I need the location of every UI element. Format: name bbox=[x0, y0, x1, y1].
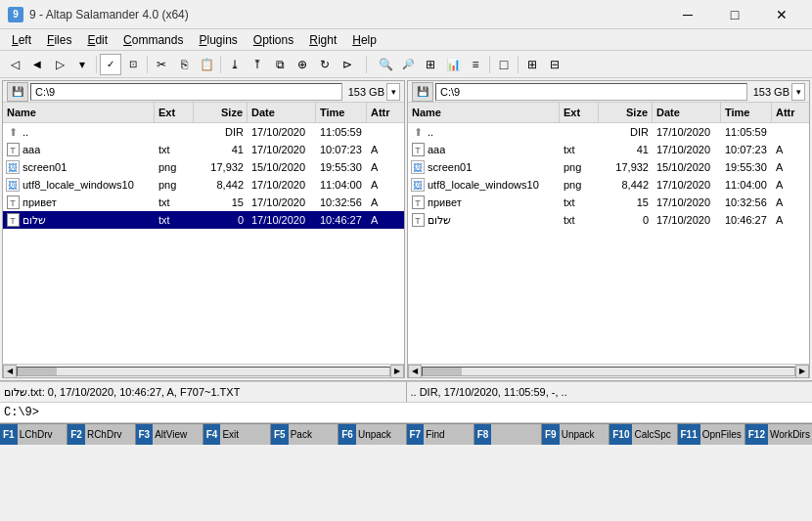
fkey-f10[interactable]: F10CalcSpc bbox=[609, 424, 677, 445]
tb-forward-btn[interactable]: ▷ bbox=[49, 54, 70, 75]
left-size-unit[interactable]: ▾ bbox=[386, 83, 400, 101]
menu-options[interactable]: Options bbox=[246, 31, 301, 49]
tb-btn9[interactable]: 📊 bbox=[442, 54, 464, 75]
table-row[interactable]: 🖼 screen01 png 17,932 15/10/2020 19:55:3… bbox=[408, 158, 809, 176]
menu-right[interactable]: Right bbox=[301, 31, 344, 49]
menu-plugins[interactable]: Plugins bbox=[191, 31, 245, 49]
tb-btn2[interactable]: ⊡ bbox=[122, 54, 144, 75]
fkey-f4[interactable]: F4Exit bbox=[203, 424, 271, 445]
fkey-f1[interactable]: F1LChDrv bbox=[0, 424, 68, 445]
right-drive-icon[interactable]: 💾 bbox=[412, 82, 433, 102]
left-path[interactable]: C:\9 bbox=[30, 83, 342, 101]
cell-date: 17/10/2020 bbox=[653, 143, 721, 156]
left-scroll-track[interactable] bbox=[17, 367, 390, 376]
tb-check1[interactable]: ✓ bbox=[100, 54, 121, 75]
table-row[interactable]: T привет txt 15 17/10/2020 10:32:56 A bbox=[3, 194, 404, 211]
tb-back-btn[interactable]: ◀ bbox=[26, 54, 48, 75]
tb-btn3[interactable]: ⤓ bbox=[224, 54, 246, 75]
tb-btn4[interactable]: ⤒ bbox=[247, 54, 268, 75]
fkey-f12[interactable]: F12WorkDirs bbox=[745, 424, 812, 445]
maximize-button[interactable]: □ bbox=[712, 0, 757, 29]
tb-search[interactable]: 🔍 bbox=[375, 54, 396, 75]
fkey-num: F12 bbox=[745, 424, 768, 445]
fkey-f11[interactable]: F11OpnFiles bbox=[678, 424, 745, 445]
cell-ext: txt bbox=[155, 213, 194, 227]
left-status-bar: שלום.txt: 0, 17/10/2020, 10:46:27, A, F7… bbox=[0, 381, 407, 402]
tb-btn6[interactable]: ⊕ bbox=[292, 54, 313, 75]
tb-left-btn[interactable]: ◁ bbox=[4, 54, 25, 75]
menu-edit[interactable]: Edit bbox=[79, 31, 115, 49]
left-col-date[interactable]: Date bbox=[248, 103, 316, 122]
tb-paste[interactable]: 📋 bbox=[196, 54, 217, 75]
menu-files[interactable]: Files bbox=[39, 31, 79, 49]
tb-dropdown-btn[interactable]: ▾ bbox=[71, 54, 93, 75]
cell-ext: txt bbox=[155, 195, 194, 209]
right-col-name[interactable]: Name bbox=[408, 103, 560, 122]
table-row[interactable]: T שלום txt 0 17/10/2020 10:46:27 A bbox=[408, 211, 809, 229]
close-button[interactable]: ✕ bbox=[759, 0, 804, 29]
table-row[interactable]: ⬆ .. DIR 17/10/2020 11:05:59 bbox=[408, 123, 809, 141]
fkey-f9[interactable]: F9Unpack bbox=[542, 424, 609, 445]
window-title: 9 - Altap Salamander 4.0 (x64) bbox=[29, 8, 189, 22]
left-scroll-right[interactable]: ▶ bbox=[390, 365, 404, 378]
right-scroll-thumb bbox=[423, 368, 462, 375]
left-col-ext[interactable]: Ext bbox=[155, 103, 194, 122]
right-col-date[interactable]: Date bbox=[653, 103, 721, 122]
table-row[interactable]: T привет txt 15 17/10/2020 10:32:56 A bbox=[408, 194, 809, 211]
right-col-ext[interactable]: Ext bbox=[560, 103, 599, 122]
cmd-input[interactable] bbox=[41, 406, 808, 419]
left-drive-icon[interactable]: 💾 bbox=[7, 82, 28, 102]
tb-btn12[interactable]: ⊟ bbox=[544, 54, 565, 75]
right-hscroll[interactable]: ◀ ▶ bbox=[408, 364, 809, 377]
right-scroll-right[interactable]: ▶ bbox=[795, 365, 809, 378]
tb-copy[interactable]: ⎘ bbox=[173, 54, 195, 75]
cell-name: 🖼 screen01 bbox=[408, 159, 560, 175]
tb-cut[interactable]: ✂ bbox=[151, 54, 172, 75]
fkey-f3[interactable]: F3AltView bbox=[136, 424, 203, 445]
fkey-f8[interactable]: F8 bbox=[474, 424, 542, 445]
right-path[interactable]: C:\9 bbox=[435, 83, 747, 101]
right-col-headers: Name Ext Size Date Time Attr bbox=[408, 103, 809, 123]
right-col-size[interactable]: Size bbox=[599, 103, 653, 122]
table-row[interactable]: ⬆ .. DIR 17/10/2020 11:05:59 bbox=[3, 123, 404, 141]
right-scroll-left[interactable]: ◀ bbox=[408, 365, 422, 378]
menu-left[interactable]: Left bbox=[4, 31, 39, 49]
right-size-unit[interactable]: ▾ bbox=[791, 83, 805, 101]
left-col-attr[interactable]: Attr bbox=[367, 103, 396, 122]
table-row[interactable]: T שלום txt 0 17/10/2020 10:46:27 A bbox=[3, 211, 404, 229]
left-col-time[interactable]: Time bbox=[316, 103, 367, 122]
fkey-f2[interactable]: F2RChDrv bbox=[68, 424, 135, 445]
menu-commands[interactable]: Commands bbox=[115, 31, 191, 49]
fkey-f5[interactable]: F5Pack bbox=[271, 424, 338, 445]
tb-btn7[interactable]: ⊳ bbox=[337, 54, 358, 75]
tb-btn11[interactable]: ⊞ bbox=[521, 54, 543, 75]
cell-attr: A bbox=[367, 195, 396, 209]
left-col-size[interactable]: Size bbox=[194, 103, 248, 122]
file-icon: T bbox=[5, 195, 21, 209]
menu-help[interactable]: Help bbox=[344, 31, 384, 49]
tb-refresh[interactable]: ↻ bbox=[314, 54, 336, 75]
table-row[interactable]: 🖼 screen01 png 17,932 15/10/2020 19:55:3… bbox=[3, 158, 404, 176]
tb-btn8[interactable]: ⊞ bbox=[420, 54, 441, 75]
table-row[interactable]: 🖼 utf8_locale_windows10 png 8,442 17/10/… bbox=[408, 176, 809, 194]
tb-btn10[interactable]: ≡ bbox=[465, 54, 486, 75]
right-scroll-track[interactable] bbox=[422, 367, 795, 376]
left-scroll-thumb bbox=[18, 368, 57, 375]
minimize-button[interactable]: ─ bbox=[665, 0, 710, 29]
cell-date: 17/10/2020 bbox=[248, 178, 316, 192]
left-hscroll[interactable]: ◀ ▶ bbox=[3, 364, 404, 377]
left-scroll-left[interactable]: ◀ bbox=[3, 365, 17, 378]
cell-size: 15 bbox=[599, 195, 653, 209]
table-row[interactable]: T aaa txt 41 17/10/2020 10:07:23 A bbox=[408, 141, 809, 158]
right-col-attr[interactable]: Attr bbox=[772, 103, 801, 122]
tb-search2[interactable]: 🔎 bbox=[397, 54, 419, 75]
tb-doc[interactable]: □ bbox=[493, 54, 515, 75]
tb-btn5[interactable]: ⧉ bbox=[269, 54, 291, 75]
right-col-time[interactable]: Time bbox=[721, 103, 772, 122]
fkey-f6[interactable]: F6Unpack bbox=[338, 424, 406, 445]
table-row[interactable]: 🖼 utf8_locale_windows10 png 8,442 17/10/… bbox=[3, 176, 404, 194]
fkey-f7[interactable]: F7Find bbox=[407, 424, 474, 445]
table-row[interactable]: T aaa txt 41 17/10/2020 10:07:23 A bbox=[3, 141, 404, 158]
fkey-num: F3 bbox=[136, 424, 154, 445]
left-col-name[interactable]: Name bbox=[3, 103, 155, 122]
